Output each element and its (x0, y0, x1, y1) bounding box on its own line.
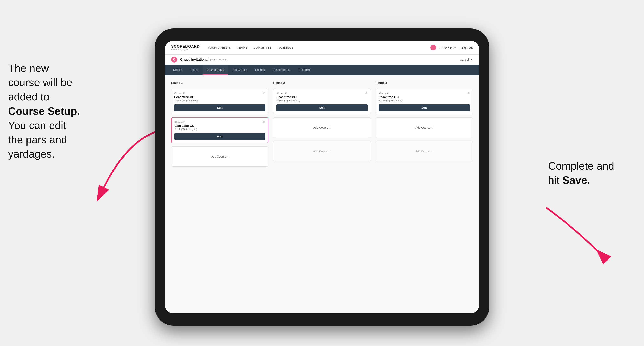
round-1-add-course-label: Add Course + (211, 155, 229, 158)
cancel-button[interactable]: Cancel ✕ (459, 58, 473, 61)
tab-printables[interactable]: Printables (294, 65, 315, 75)
round-2-label: Round 2 (273, 81, 370, 84)
round-1-add-course[interactable]: Add Course + (171, 146, 268, 167)
round-2-column: Round 2 ⊘ (Course A) Peachtree GC Yellow… (273, 81, 370, 167)
tab-details[interactable]: Details (169, 65, 186, 75)
tournament-logo-letter: C (173, 58, 176, 61)
tab-teams[interactable]: Teams (186, 65, 202, 75)
round-1-course-b-tag: (Course B) (174, 121, 265, 123)
round-3-course-a-tag: (Course A) (379, 92, 470, 94)
round-2-course-a-delete[interactable]: ⊘ (364, 91, 368, 95)
annotation-right-text: Complete andhit Save. (548, 160, 614, 186)
scoreboard-logo: SCOREBOARD Powered by clippd (171, 44, 200, 51)
annotation-left-bold: Course Setup. (8, 105, 80, 117)
round-1-label: Round 1 (171, 81, 268, 84)
annotation-right: Complete andhit Save. (548, 159, 638, 187)
arrow-left (88, 126, 165, 199)
tournament-name: Clippd Invitational (180, 58, 208, 61)
round-2-course-a-edit-btn[interactable]: Edit (276, 104, 368, 111)
round-1-course-a-tag: (Course A) (174, 92, 265, 94)
tablet-screen: SCOREBOARD Powered by clippd TOURNAMENTS… (165, 41, 479, 314)
round-2-add-course-disabled: Add Course + (273, 141, 370, 162)
nav-link-committee[interactable]: COMMITTEE (254, 46, 272, 49)
tab-bar: Details Teams Course Setup Tee Groups Re… (165, 65, 479, 75)
round-2-add-course[interactable]: Add Course + (273, 117, 370, 138)
round-1-course-a-card: ⊘ (Course A) Peachtree GC Yellow (M) (66… (171, 89, 268, 114)
cancel-icon: ✕ (470, 58, 473, 61)
top-nav: SCOREBOARD Powered by clippd TOURNAMENTS… (165, 41, 479, 54)
round-1-course-a-name: Peachtree GC (174, 95, 265, 99)
tab-course-setup[interactable]: Course Setup (202, 65, 228, 75)
nav-user-email: blair@clippd.io (438, 46, 456, 49)
round-1-course-a-info: Yellow (M) (6629 yds) (174, 99, 265, 102)
tournament-status: Hosting (219, 58, 227, 61)
round-3-add-course[interactable]: Add Course + (376, 117, 473, 138)
annotation-right-bold: Save. (562, 174, 590, 186)
tab-leaderboards[interactable]: Leaderboards (269, 65, 294, 75)
nav-link-tournaments[interactable]: TOURNAMENTS (208, 46, 231, 49)
tab-results[interactable]: Results (251, 65, 269, 75)
round-1-course-b-info: Black (M) (6891 yds) (174, 128, 265, 131)
round-2-course-a-card: ⊘ (Course A) Peachtree GC Yellow (M) (66… (273, 89, 370, 114)
nav-links: TOURNAMENTS TEAMS COMMITTEE RANKINGS (208, 46, 430, 49)
round-3-column: Round 3 ⊘ (Course A) Peachtree GC Yellow… (376, 81, 473, 167)
round-2-add-course-disabled-label: Add Course + (313, 150, 331, 153)
round-3-add-course-label: Add Course + (415, 126, 433, 129)
round-2-add-course-label: Add Course + (313, 126, 331, 129)
nav-link-rankings[interactable]: RANKINGS (278, 46, 294, 49)
round-1-course-a-delete[interactable]: ⊘ (262, 91, 266, 95)
round-3-course-a-card: ⊘ (Course A) Peachtree GC Yellow (M) (66… (376, 89, 473, 114)
round-3-course-a-delete[interactable]: ⊘ (466, 91, 470, 95)
round-1-course-b-delete[interactable]: ⊘ (262, 120, 266, 124)
nav-separator: | (458, 46, 459, 49)
logo-title: SCOREBOARD (171, 44, 200, 49)
round-1-column: Round 1 ⊘ (Course A) Peachtree GC Yellow… (171, 81, 268, 167)
tournament-bar: C Clippd Invitational (Men) Hosting Canc… (165, 54, 479, 65)
cancel-label: Cancel (460, 58, 469, 61)
round-3-course-a-edit-btn[interactable]: Edit (379, 104, 470, 111)
round-1-course-a-edit-btn[interactable]: Edit (174, 104, 265, 111)
arrow-right (538, 203, 620, 273)
round-3-course-a-info: Yellow (M) (6629 yds) (379, 99, 470, 102)
rounds-grid: Round 1 ⊘ (Course A) Peachtree GC Yellow… (171, 81, 473, 167)
round-1-course-b-card: ⊘ (Course B) East Lake GC Black (M) (689… (171, 117, 268, 143)
round-3-course-a-name: Peachtree GC (379, 95, 470, 99)
nav-right: blair@clippd.io | Sign out (430, 45, 473, 50)
round-2-course-a-tag: (Course A) (276, 92, 368, 94)
nav-link-teams[interactable]: TEAMS (237, 46, 248, 49)
annotation-left-text: The newcourse will beadded toCourse Setu… (8, 62, 80, 160)
round-2-course-a-name: Peachtree GC (276, 95, 368, 99)
round-3-add-course-disabled: Add Course + (376, 141, 473, 162)
main-content: Round 1 ⊘ (Course A) Peachtree GC Yellow… (165, 75, 479, 314)
round-1-course-b-edit-btn[interactable]: Edit (174, 133, 265, 140)
user-avatar (430, 45, 436, 50)
tab-tee-groups[interactable]: Tee Groups (228, 65, 251, 75)
tournament-badge: (Men) (210, 58, 216, 61)
tablet-frame: SCOREBOARD Powered by clippd TOURNAMENTS… (155, 28, 489, 326)
tournament-logo: C (171, 57, 177, 63)
round-3-label: Round 3 (376, 81, 473, 84)
logo-sub: Powered by clippd (171, 49, 200, 51)
round-2-course-a-info: Yellow (M) (6629 yds) (276, 99, 368, 102)
round-3-add-course-disabled-label: Add Course + (415, 150, 433, 153)
sign-out-link[interactable]: Sign out (462, 46, 473, 49)
round-1-course-b-name: East Lake GC (174, 124, 265, 127)
